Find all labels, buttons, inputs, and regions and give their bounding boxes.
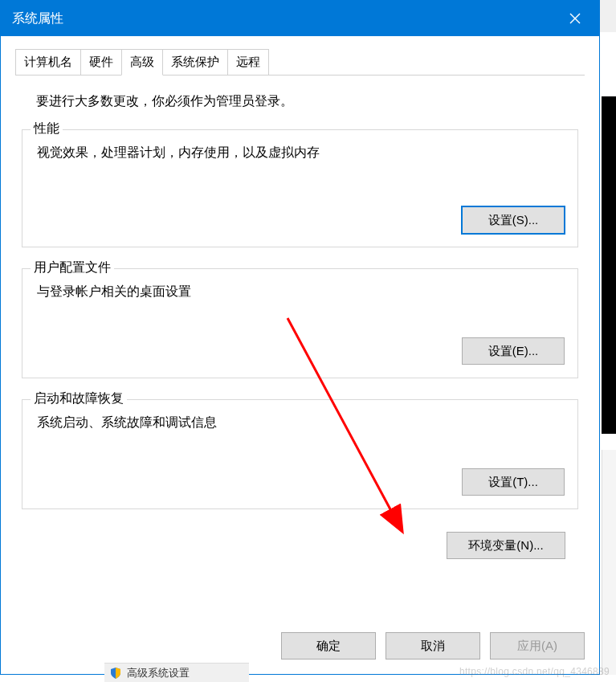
- titlebar: 系统属性: [1, 1, 599, 36]
- group-performance-desc: 视觉效果，处理器计划，内存使用，以及虚拟内存: [37, 145, 565, 161]
- tab-remote[interactable]: 远程: [227, 49, 269, 75]
- ok-button[interactable]: 确定: [281, 632, 376, 660]
- background-panel-strip: [602, 450, 616, 675]
- group-user-profiles-legend: 用户配置文件: [31, 259, 114, 276]
- performance-settings-button[interactable]: 设置(S)...: [462, 206, 565, 234]
- user-profiles-settings-button[interactable]: 设置(E)...: [462, 337, 565, 365]
- group-performance: 性能 视觉效果，处理器计划，内存使用，以及虚拟内存 设置(S)...: [22, 129, 578, 247]
- window-title: 系统属性: [12, 10, 551, 27]
- background-dark-strip: [602, 96, 616, 434]
- tab-system-protection[interactable]: 系统保护: [162, 49, 228, 75]
- close-button[interactable]: [551, 1, 599, 36]
- environment-variables-button[interactable]: 环境变量(N)...: [447, 532, 565, 559]
- apply-button[interactable]: 应用(A): [490, 632, 585, 660]
- close-icon: [569, 13, 581, 24]
- background-task-item: 高级系统设置: [104, 663, 249, 682]
- tab-hardware[interactable]: 硬件: [80, 49, 122, 75]
- group-user-profiles-desc: 与登录帐户相关的桌面设置: [37, 284, 565, 300]
- tab-computer-name[interactable]: 计算机名: [15, 49, 81, 75]
- group-startup-recovery-legend: 启动和故障恢复: [31, 390, 127, 407]
- startup-recovery-settings-button[interactable]: 设置(T)...: [462, 468, 565, 496]
- tab-strip: 计算机名 硬件 高级 系统保护 远程: [1, 36, 599, 75]
- cancel-button[interactable]: 取消: [386, 632, 480, 660]
- shield-icon: [109, 667, 122, 680]
- tab-advanced[interactable]: 高级: [121, 49, 163, 76]
- group-startup-recovery-desc: 系统启动、系统故障和调试信息: [37, 415, 565, 431]
- tab-content-advanced: 要进行大多数更改，你必须作为管理员登录。 性能 视觉效果，处理器计划，内存使用，…: [15, 75, 585, 632]
- system-properties-dialog: 系统属性 计算机名 硬件 高级 系统保护 远程 要进行大多数更改，你必须作为管理…: [0, 0, 600, 675]
- background-task-label: 高级系统设置: [127, 666, 190, 680]
- group-startup-recovery: 启动和故障恢复 系统启动、系统故障和调试信息 设置(T)...: [22, 399, 578, 509]
- watermark-text: https://blog.csdn.net/qq_4346889: [459, 666, 610, 677]
- admin-required-text: 要进行大多数更改，你必须作为管理员登录。: [36, 93, 578, 110]
- group-user-profiles: 用户配置文件 与登录帐户相关的桌面设置 设置(E)...: [22, 268, 578, 378]
- group-performance-legend: 性能: [31, 120, 63, 137]
